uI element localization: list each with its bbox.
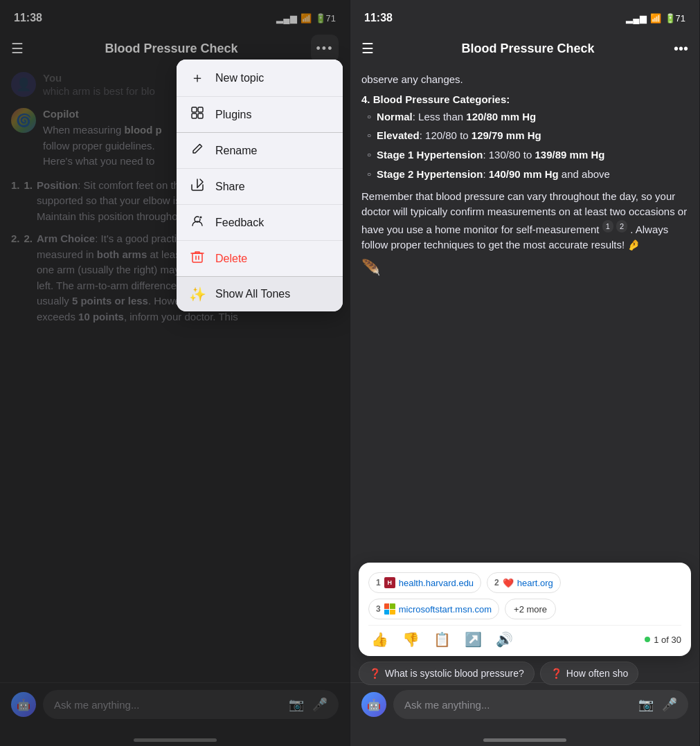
suggestion-2-icon: ❓	[550, 668, 562, 679]
tones-icon: ✨	[189, 286, 206, 302]
rename-icon	[189, 142, 206, 159]
plugins-icon	[189, 106, 206, 123]
show-all-tones-item[interactable]: ✨ Show All Tones	[177, 277, 343, 311]
share-label: Share	[215, 181, 245, 193]
right-input-placeholder: Ask me anything...	[404, 699, 490, 711]
page-count: 1 of 30	[654, 635, 681, 645]
source-1-num: 1	[376, 578, 381, 588]
sources-row-2: 3 microsoftstart.msn.com +2 more	[368, 599, 681, 619]
source-3-domain: microsoftstart.msn.com	[399, 604, 492, 615]
source-2-domain: heart.org	[517, 578, 553, 588]
right-input-field-wrap[interactable]: Ask me anything... 📷 🎤	[393, 690, 688, 719]
source-3-num: 3	[376, 604, 381, 614]
delete-item[interactable]: Delete	[177, 241, 343, 276]
svg-rect-0	[192, 107, 197, 112]
dropdown-menu: ＋ New topic Plugins	[177, 60, 343, 311]
sources-card: 1 H health.harvard.edu 2 ❤️ heart.org 3 …	[359, 563, 691, 656]
right-input-avatar: 🤖	[361, 692, 386, 717]
wifi-icon-right: 📶	[650, 13, 661, 24]
heart-favicon: ❤️	[503, 577, 514, 588]
feedback-icon	[189, 214, 206, 231]
copy-button[interactable]: 📋	[431, 630, 454, 649]
msn-favicon	[384, 603, 395, 615]
source-2-chip[interactable]: 2 ❤️ heart.org	[487, 572, 561, 593]
new-topic-item[interactable]: ＋ New topic	[177, 60, 343, 97]
intro-text: observe any changes.	[361, 72, 688, 88]
svg-rect-7	[192, 253, 202, 262]
sources-row-1: 1 H health.harvard.edu 2 ❤️ heart.org	[368, 572, 681, 593]
svg-point-6	[199, 216, 202, 219]
right-status-time: 11:38	[364, 12, 393, 24]
dropdown-section-1: ＋ New topic Plugins	[177, 60, 343, 132]
dropdown-section-3: ✨ Show All Tones	[177, 276, 343, 311]
suggestion-2[interactable]: ❓ How often sho	[540, 662, 639, 685]
right-panel: 11:38 ▂▄▆ 📶 🔋71 ☰ Blood Pressure Check •…	[350, 0, 699, 746]
new-topic-label: New topic	[215, 72, 264, 84]
feedback-item[interactable]: Feedback	[177, 205, 343, 241]
right-status-bar: 11:38 ▂▄▆ 📶 🔋71	[350, 0, 699, 30]
right-status-icons: ▂▄▆ 📶 🔋71	[626, 13, 685, 24]
right-home-indicator	[350, 738, 699, 746]
right-input-icons: 📷 🎤	[638, 697, 677, 712]
rename-item[interactable]: Rename	[177, 133, 343, 169]
rename-label: Rename	[215, 145, 257, 157]
source-3-chip[interactable]: 3 microsoftstart.msn.com	[368, 599, 499, 619]
plugins-item[interactable]: Plugins	[177, 97, 343, 132]
right-hamburger-icon[interactable]: ☰	[361, 40, 374, 57]
right-input-bar: 🤖 Ask me anything... 📷 🎤	[350, 682, 699, 738]
section-4-title: 4. Blood Pressure Categories:	[361, 93, 688, 105]
plus-icon: ＋	[189, 69, 206, 87]
bullet-item-stage1: Stage 1 Hypertension: 130/80 to 139/89 m…	[367, 147, 688, 163]
right-home-bar	[483, 738, 566, 742]
bullet-item-elevated: Elevated: 120/80 to 129/79 mm Hg	[367, 128, 688, 143]
plugins-label: Plugins	[215, 109, 251, 121]
share-icon	[189, 178, 206, 195]
suggestion-2-text: How often sho	[566, 668, 629, 679]
right-camera-icon[interactable]: 📷	[638, 697, 654, 712]
right-more-dots[interactable]: •••	[674, 41, 688, 57]
dropdown-section-2: Rename Share	[177, 132, 343, 276]
more-sources-chip[interactable]: +2 more	[505, 599, 556, 619]
share-button[interactable]: ↗️	[462, 630, 485, 649]
suggestion-1-text: What is systolic blood pressure?	[385, 668, 524, 679]
feedback-label: Feedback	[215, 217, 264, 229]
svg-rect-1	[198, 107, 203, 112]
thumbs-down-button[interactable]: 👎	[400, 630, 422, 649]
more-sources-label: +2 more	[514, 604, 547, 615]
share-item[interactable]: Share	[177, 169, 343, 205]
page-dot	[645, 637, 650, 642]
suggestion-1[interactable]: ❓ What is systolic blood pressure?	[359, 662, 535, 685]
svg-rect-2	[192, 113, 197, 118]
source-2-num: 2	[494, 578, 499, 588]
thumbs-up-button[interactable]: 👍	[368, 630, 391, 649]
right-nav-header: ☰ Blood Pressure Check •••	[350, 30, 699, 66]
suggestion-1-icon: ❓	[369, 668, 381, 679]
section-4: 4. Blood Pressure Categories: Normal: Le…	[361, 93, 688, 182]
delete-icon	[189, 250, 206, 267]
bullet-item-normal: Normal: Less than 120/80 mm Hg	[367, 109, 688, 125]
source-1-domain: health.harvard.edu	[399, 578, 474, 588]
closing-paragraph: Remember that blood pressure can vary th…	[361, 189, 688, 253]
harvard-favicon: H	[384, 577, 395, 588]
show-all-tones-label: Show All Tones	[215, 288, 290, 300]
left-panel: 11:38 ▂▄▆ 📶 🔋71 ☰ Blood Pressure Check •…	[0, 0, 350, 746]
page-indicator: 1 of 30	[645, 635, 681, 645]
battery-icon-right: 🔋71	[665, 13, 685, 24]
suggestion-row: ❓ What is systolic blood pressure? ❓ How…	[359, 662, 699, 685]
delete-label: Delete	[215, 253, 247, 265]
signal-icon-right: ▂▄▆	[626, 13, 646, 24]
bullet-item-stage2: Stage 2 Hypertension: 140/90 mm Hg and a…	[367, 167, 688, 182]
bullet-list: Normal: Less than 120/80 mm Hg Elevated:…	[361, 109, 688, 182]
right-nav-title: Blood Pressure Check	[382, 42, 674, 56]
svg-rect-3	[198, 113, 203, 118]
decorative-icon: 🪶	[361, 259, 688, 277]
audio-button[interactable]: 🔊	[493, 630, 516, 649]
source-1-chip[interactable]: 1 H health.harvard.edu	[368, 572, 481, 593]
right-mic-icon[interactable]: 🎤	[662, 697, 677, 712]
action-bar: 👍 👎 📋 ↗️ 🔊 1 of 30	[368, 625, 681, 649]
